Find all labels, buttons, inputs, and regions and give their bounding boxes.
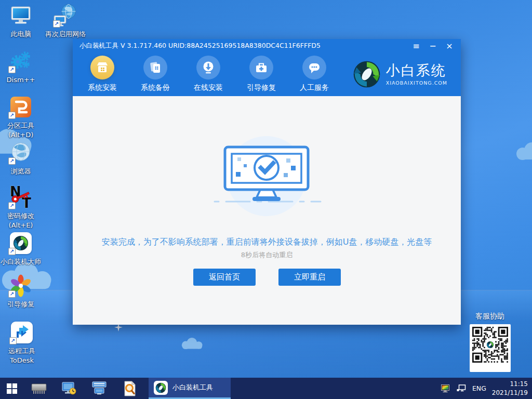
xiaobai-tool-window: 小白装机工具 V 3.1.717.460 URID:88A24525169518… xyxy=(73,39,461,325)
support-panel: 客服协助 xyxy=(465,312,515,372)
cloud-decoration xyxy=(176,338,209,351)
desktop-icon-label: 再次启用网络 xyxy=(45,30,86,39)
this-pc-icon xyxy=(8,3,33,28)
nav-tabs: 系统安装 系统备份 xyxy=(73,52,461,96)
tab-label: 系统备份 xyxy=(141,83,170,92)
window-controls: ≡ − × xyxy=(410,41,456,51)
taskbar-item-system-clock-tool[interactable] xyxy=(54,378,84,399)
window-content: 安装完成，为了不影响系统部署，重启前请将外接设备拔掉，例如U盘，移动硬盘，光盘等… xyxy=(73,96,461,325)
desktop-icon-label: ToDesk xyxy=(10,356,34,365)
desktop-icon-label: 小白装机大师 xyxy=(1,258,41,267)
windows-logo-icon xyxy=(7,383,17,394)
desktop-icon-partition-tool[interactable]: ↗ 分区工具 (Alt+D) xyxy=(1,95,41,140)
desktop-icon-password-reset[interactable]: N T ↗ 密码修改 (Alt+E) xyxy=(1,185,41,230)
taskbar-item-memory-tool[interactable] xyxy=(24,378,54,399)
window-titlebar[interactable]: 小白装机工具 V 3.1.717.460 URID:88A24525169518… xyxy=(73,39,461,52)
minimize-button[interactable]: − xyxy=(427,41,439,51)
nt-password-key-icon: N T ↗ xyxy=(8,185,33,210)
gears-icon: ↗ xyxy=(8,49,33,74)
toolbox-icon xyxy=(249,56,273,79)
tab-manual-service[interactable]: 人工服务 xyxy=(295,52,334,92)
tray-date: 2021/11/19 xyxy=(492,389,528,397)
xiaobai-app-icon xyxy=(154,381,168,395)
desktop-icon-label: 密码修改 xyxy=(7,212,34,221)
desktop-icon-browser[interactable]: ↗ 浏览器 xyxy=(1,140,41,176)
tab-label: 引导修复 xyxy=(247,83,276,92)
keyboard-monitor-icon xyxy=(91,381,107,395)
support-qr-code xyxy=(470,324,511,372)
chat-bubble-icon xyxy=(302,56,326,79)
shortcut-arrow-icon: ↗ xyxy=(8,290,16,298)
display-settings-tray-icon[interactable] xyxy=(441,384,451,393)
desktop-icon-this-pc[interactable]: 此电脑 xyxy=(1,3,41,39)
shortcut-arrow-icon: ↗ xyxy=(9,337,17,344)
menu-button[interactable]: ≡ xyxy=(410,41,422,51)
memory-chip-icon xyxy=(31,382,47,395)
desktop-icon-reenable-network[interactable]: ↗ 再次启用网络 xyxy=(41,3,90,39)
tab-online-install[interactable]: 在线安装 xyxy=(189,52,228,92)
monitor-clock-icon xyxy=(61,381,77,396)
qr-code-icon xyxy=(472,327,508,363)
language-indicator[interactable]: ENG xyxy=(472,384,486,392)
system-install-icon xyxy=(90,56,114,79)
back-home-button[interactable]: 返回首页 xyxy=(193,269,256,286)
desktop-icon-label: 分区工具 xyxy=(7,122,34,130)
network-icon: ↗ xyxy=(53,3,78,28)
shortcut-arrow-icon: ↗ xyxy=(8,157,16,165)
taskbar-item-file-search-tool[interactable] xyxy=(114,378,144,399)
monitor-check-icon xyxy=(204,143,329,210)
desktop-icon-label: (Alt+D) xyxy=(8,131,34,140)
shortcut-arrow-icon: ↗ xyxy=(8,202,16,209)
taskbar-app-label: 小白装机工具 xyxy=(172,383,213,392)
clock[interactable]: 11:15 2021/11/19 xyxy=(492,380,528,396)
download-icon xyxy=(196,56,220,79)
shortcut-arrow-icon: ↗ xyxy=(8,112,16,119)
taskbar: 小白装机工具 ENG 11:15 2021/11/19 xyxy=(0,378,532,399)
tray-time: 11:15 xyxy=(492,380,528,388)
brand-logo: 小白系统 XIAOBAIXITONG.COM xyxy=(353,52,461,96)
desktop-icon-label: 浏览器 xyxy=(11,167,31,176)
tab-system-install[interactable]: 系统安装 xyxy=(83,52,122,92)
desktop-icon-label: (Alt+E) xyxy=(9,221,33,230)
completion-message: 安装完成，为了不影响系统部署，重启前请将外接设备拔掉，例如U盘，移动硬盘，光盘等 xyxy=(73,237,461,248)
shortcut-arrow-icon: ↗ xyxy=(8,248,16,255)
restart-now-button[interactable]: 立即重启 xyxy=(278,269,341,286)
close-button[interactable]: × xyxy=(443,41,456,51)
desktop-icon-label: 引导修复 xyxy=(7,300,34,309)
brand-domain: XIAOBAIXITONG.COM xyxy=(386,80,447,86)
desktop: 此电脑 ↗ 再次启用网络 xyxy=(0,0,532,399)
desktop-icon-label: 此电脑 xyxy=(11,30,31,39)
window-title: 小白装机工具 V 3.1.717.460 URID:88A24525169518… xyxy=(79,42,321,50)
tab-label: 人工服务 xyxy=(300,83,329,92)
system-backup-icon xyxy=(143,56,167,79)
tab-boot-repair[interactable]: 引导修复 xyxy=(242,52,281,92)
xiaobai-swirl-icon: ↗ xyxy=(8,231,33,256)
network-tray-icon[interactable] xyxy=(457,384,467,392)
taskbar-item-active-app[interactable]: 小白装机工具 xyxy=(149,378,231,399)
tab-label: 系统安装 xyxy=(88,83,117,92)
desktop-icon-xiaobai-master[interactable]: ↗ 小白装机大师 xyxy=(0,231,43,267)
taskbar-item-keyboard-tool[interactable] xyxy=(84,378,114,399)
shortcut-arrow-icon: ↗ xyxy=(8,66,16,73)
desktop-icon-todesk[interactable]: ↗ 远程工具 ToDesk xyxy=(1,320,43,365)
todesk-arrow-icon: ↗ xyxy=(9,320,34,345)
desktop-icon-label: 远程工具 xyxy=(8,347,35,356)
pinwheel-icon: ↗ xyxy=(8,273,33,298)
shortcut-arrow-icon: ↗ xyxy=(53,20,60,28)
tab-label: 在线安装 xyxy=(194,83,223,92)
desktop-icon-dismpp[interactable]: ↗ Dism++ xyxy=(1,49,41,85)
desktop-icon-boot-repair[interactable]: ↗ 引导修复 xyxy=(1,273,41,309)
brand-name: 小白系统 xyxy=(386,63,447,78)
document-magnifier-icon xyxy=(123,381,137,396)
cloud-decoration xyxy=(509,142,532,163)
desktop-icon-label: Dism++ xyxy=(7,76,35,85)
browser-globe-icon: ↗ xyxy=(8,140,33,165)
system-tray: ENG 11:15 2021/11/19 xyxy=(441,378,532,399)
support-label: 客服协助 xyxy=(465,312,515,321)
start-button[interactable] xyxy=(0,378,24,399)
tab-system-backup[interactable]: 系统备份 xyxy=(136,52,175,92)
countdown-text: 8秒后将自动重启 xyxy=(73,250,461,260)
xiaobai-logo-icon xyxy=(353,60,381,88)
partition-tool-icon: ↗ xyxy=(8,95,33,119)
